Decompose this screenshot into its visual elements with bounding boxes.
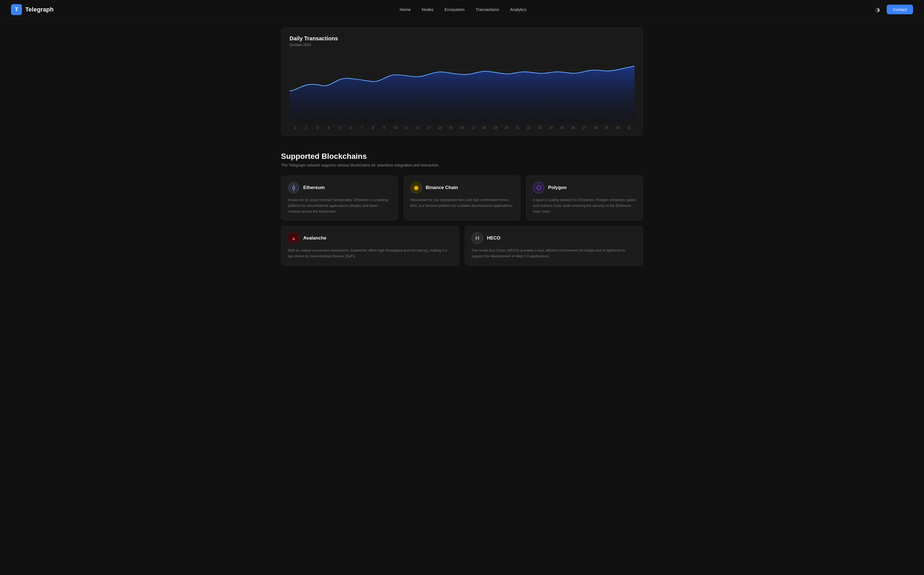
chain-header-heco: HHECO [472,232,636,244]
chain-name-heco: HECO [487,235,500,241]
chain-desc-avalanche: With its unique consensus mechanism, Ava… [288,248,452,259]
x-label: 22 [523,126,534,130]
blockchains-section: Supported Blockchains The Telegraph netw… [281,152,643,265]
chart-title: Daily Transactions [290,35,634,42]
x-label: 17 [468,126,479,130]
blockchain-card-avalanche: ▲AvalancheWith its unique consensus mech… [281,226,459,265]
blockchain-grid-bottom: ▲AvalancheWith its unique consensus mech… [281,226,643,265]
x-label: 11 [401,126,412,130]
contact-button[interactable]: Contact [887,5,913,14]
chain-icon-binance: ◉ [410,182,422,194]
x-label: 19 [490,126,501,130]
blockchain-card-polygon: ⬡PolygonA layer-2 scaling solution for E… [526,176,643,221]
theme-toggle-button[interactable]: ◑ [872,5,882,14]
chain-desc-polygon: A layer-2 scaling solution for Ethereum,… [533,197,636,214]
chain-name-polygon: Polygon [548,185,566,191]
blockchain-grid-top: ⟠EthereumKnown for its smart contract fu… [281,176,643,221]
x-label: 18 [479,126,490,130]
chain-name-binance: Binance Chain [426,185,458,191]
logo-text: Telegraph [25,6,54,13]
x-label: 15 [445,126,456,130]
nav-ecosystem[interactable]: Ecosystem [444,7,464,12]
logo-letter: T [15,6,18,13]
nav-links: Home Nodes Ecosystem Transactions Analyt… [400,7,526,12]
x-label: 4 [323,126,334,130]
blockchain-card-binance: ◉Binance ChainRenowned for low transacti… [404,176,521,221]
logo[interactable]: T Telegraph [11,4,54,15]
x-label: 25 [556,126,568,130]
nav-transactions[interactable]: Transactions [476,7,499,12]
chain-desc-binance: Renowned for low transaction fees and fa… [410,197,514,209]
x-label: 30 [612,126,623,130]
nav-right: ◑ Contact [872,5,913,14]
blockchain-card-ethereum: ⟠EthereumKnown for its smart contract fu… [281,176,398,221]
nav-home[interactable]: Home [400,7,411,12]
x-label: 29 [601,126,612,130]
x-label: 13 [423,126,434,130]
chart-subtitle: October 2024 [290,43,634,47]
x-label: 8 [368,126,379,130]
x-label: 1 [290,126,301,130]
chain-header-binance: ◉Binance Chain [410,182,514,194]
x-label: 27 [579,126,590,130]
chain-header-polygon: ⬡Polygon [533,182,636,194]
navbar: T Telegraph Home Nodes Ecosystem Transac… [0,0,924,19]
chain-header-avalanche: ▲Avalanche [288,232,452,244]
chain-name-ethereum: Ethereum [303,185,325,191]
x-label: 24 [545,126,556,130]
x-label: 21 [512,126,523,130]
chain-icon-avalanche: ▲ [288,232,300,244]
chain-desc-ethereum: Known for its smart contract functionali… [288,197,391,214]
x-label: 14 [434,126,445,130]
nav-analytics[interactable]: Analytics [510,7,526,12]
section-subtitle: The Telegraph network supports various b… [281,163,643,167]
blockchain-card-heco: HHECOThe Huobi Eco-Chain (HECO) provides… [465,226,643,265]
x-label: 3 [312,126,323,130]
section-title: Supported Blockchains [281,152,643,161]
logo-icon: T [11,4,22,15]
x-label: 31 [623,126,634,130]
x-label: 6 [345,126,357,130]
x-label: 10 [390,126,401,130]
x-label: 23 [534,126,546,130]
nav-nodes[interactable]: Nodes [422,7,433,12]
x-label: 9 [379,126,390,130]
chain-name-avalanche: Avalanche [303,235,326,241]
chain-icon-ethereum: ⟠ [288,182,300,194]
chain-icon-polygon: ⬡ [533,182,544,194]
x-label: 7 [356,126,368,130]
x-label: 5 [334,126,345,130]
x-label: 20 [501,126,512,130]
chain-header-ethereum: ⟠Ethereum [288,182,391,194]
chain-icon-heco: H [472,232,483,244]
x-label: 12 [412,126,423,130]
chain-desc-heco: The Huobi Eco-Chain (HECO) provides a fa… [472,248,636,259]
chart-area [290,52,634,124]
chart-x-labels: 1234567891011121314151617181920212223242… [290,124,634,130]
x-label: 2 [301,126,312,130]
main-content: Daily Transactions October 2024 [270,19,654,282]
chart-card: Daily Transactions October 2024 [281,27,643,135]
x-label: 16 [456,126,468,130]
x-label: 28 [590,126,601,130]
x-label: 26 [567,126,579,130]
